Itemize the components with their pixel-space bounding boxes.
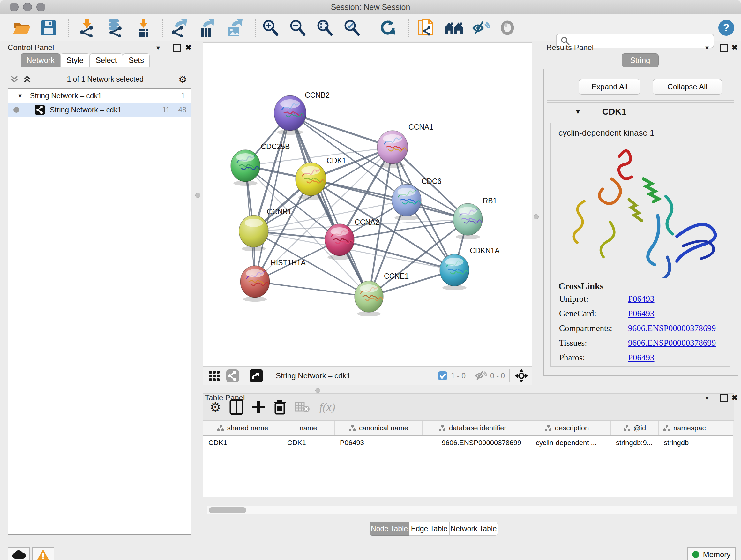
- tab-edge-table[interactable]: Edge Table: [409, 522, 449, 536]
- memory-button[interactable]: Memory: [687, 547, 736, 560]
- import-table-button[interactable]: [134, 18, 153, 37]
- crosslink-link[interactable]: 9606.ENSP00000378699: [628, 323, 716, 333]
- table-row[interactable]: CDK1 CDK1 P06493 9606.ENSP00000378699 cy…: [203, 436, 733, 450]
- node-label-CCNE1: CCNE1: [384, 272, 409, 280]
- expand-all-button[interactable]: Expand All: [579, 79, 641, 95]
- results-panel-close-icon[interactable]: ✖: [731, 43, 738, 52]
- network-edge-HIST1H1A-CCNE1[interactable]: [255, 282, 369, 297]
- column-type-icon: [545, 425, 552, 432]
- crosslink-link[interactable]: P06493: [628, 309, 655, 319]
- tab-string[interactable]: String: [622, 53, 659, 67]
- export-table-button[interactable]: [197, 18, 216, 37]
- refresh-button[interactable]: [378, 18, 397, 37]
- cell-description[interactable]: cyclin-dependent ...: [523, 439, 611, 447]
- column-header[interactable]: @id: [611, 421, 659, 435]
- hidden-eye-icon[interactable]: [475, 370, 487, 381]
- birdseye-navigator-icon[interactable]: [514, 368, 529, 383]
- zoom-in-button[interactable]: [261, 18, 280, 37]
- section-expander-icon[interactable]: ▼: [575, 108, 581, 116]
- cell-database-identifier[interactable]: 9606.ENSP00000378699: [422, 439, 523, 447]
- cloud-status-button[interactable]: [8, 547, 30, 560]
- export-image-button[interactable]: [225, 18, 245, 37]
- add-column-icon[interactable]: [252, 400, 265, 414]
- network-node-CCNB2[interactable]: CCNB2: [274, 91, 330, 135]
- network-collection-row[interactable]: ▼ String Network – cdk1 1: [8, 89, 191, 103]
- open-session-button[interactable]: [12, 18, 31, 37]
- cell-canonical-name[interactable]: P06493: [335, 439, 422, 447]
- hide-unhide-button[interactable]: [472, 18, 491, 37]
- network-node-CCNE1[interactable]: CCNE1: [354, 272, 409, 316]
- column-header[interactable]: name: [282, 421, 335, 435]
- table-settings-gear-icon[interactable]: ⚙: [210, 401, 221, 414]
- network-row[interactable]: String Network – cdk1 11 48: [8, 103, 191, 117]
- selected-checkbox-icon[interactable]: [437, 371, 448, 381]
- tab-network[interactable]: Network: [21, 53, 60, 67]
- home-button[interactable]: [444, 18, 463, 37]
- crosslink-link[interactable]: P06493: [628, 294, 655, 304]
- crosslink-link[interactable]: 9606.ENSP00000378699: [628, 338, 716, 348]
- zoom-selected-button[interactable]: [342, 18, 361, 37]
- tab-style[interactable]: Style: [60, 53, 90, 67]
- cell-namespace[interactable]: stringdb: [659, 439, 733, 447]
- tree-expander-icon[interactable]: ▼: [17, 92, 23, 99]
- table-panel-menu-icon[interactable]: ▾: [705, 394, 709, 402]
- network-icon-gray[interactable]: [226, 369, 240, 383]
- table-panel-float-icon[interactable]: [720, 394, 728, 402]
- network-node-CDKN1A[interactable]: CDKN1A: [440, 246, 500, 290]
- column-header[interactable]: database identifier: [422, 421, 523, 435]
- network-canvas[interactable]: CCNB2CCNA1CDC25BCDK1CDC6RB1CCNB1CCNA2CDK…: [203, 43, 532, 367]
- delete-column-icon[interactable]: [273, 399, 286, 415]
- tab-sets[interactable]: Sets: [123, 53, 150, 67]
- network-edge-CCNB2-CCNE1[interactable]: [290, 113, 369, 297]
- column-header[interactable]: shared name: [203, 421, 282, 435]
- network-node-HIST1H1A[interactable]: HIST1H1A: [240, 259, 306, 302]
- results-panel-title: Results Panel: [546, 43, 594, 52]
- right-splitter-handle[interactable]: [534, 214, 539, 219]
- scrollbar-thumb[interactable]: [209, 507, 246, 513]
- control-panel-menu-icon[interactable]: ▾: [156, 44, 160, 52]
- table-horizontal-scrollbar[interactable]: [207, 506, 737, 514]
- network-node-RB1[interactable]: RB1: [453, 197, 497, 240]
- results-panel-menu-icon[interactable]: ▾: [705, 44, 709, 52]
- cell-name[interactable]: CDK1: [282, 439, 335, 447]
- node-label-CCNA1: CCNA1: [408, 123, 433, 131]
- tab-network-table[interactable]: Network Table: [449, 522, 498, 536]
- function-builder-icon[interactable]: f(x): [320, 400, 335, 414]
- import-network-button[interactable]: [77, 18, 97, 37]
- export-network-button[interactable]: [170, 18, 189, 37]
- warning-status-button[interactable]: [32, 547, 54, 560]
- column-header[interactable]: namespac: [659, 421, 733, 435]
- gene-section-header[interactable]: ▼ CDK1: [547, 103, 734, 121]
- grid-view-icon[interactable]: [208, 369, 221, 382]
- results-panel-float-icon[interactable]: [720, 44, 728, 52]
- control-panel-close-icon[interactable]: ✖: [185, 43, 192, 52]
- control-panel-float-icon[interactable]: [173, 44, 181, 52]
- network-node-CCNA1[interactable]: CCNA1: [377, 123, 433, 168]
- left-splitter-handle[interactable]: [195, 193, 200, 198]
- clone-network-button[interactable]: [416, 18, 435, 37]
- table-panel-close-icon[interactable]: ✖: [731, 393, 738, 402]
- cell-id[interactable]: stringdb:9...: [611, 439, 659, 447]
- collapse-all-button[interactable]: Collapse All: [653, 79, 722, 95]
- zoom-out-button[interactable]: [288, 18, 307, 37]
- save-session-button[interactable]: [39, 18, 58, 37]
- expand-all-icon[interactable]: [22, 74, 32, 84]
- highlight-button[interactable]: [498, 18, 517, 37]
- crosslink-label: Tissues:: [551, 338, 628, 348]
- cell-shared-name[interactable]: CDK1: [203, 439, 282, 447]
- node-table[interactable]: shared name name canonical name database…: [203, 421, 733, 497]
- tab-select[interactable]: Select: [90, 53, 123, 67]
- import-network-from-database-button[interactable]: [105, 18, 125, 37]
- column-header[interactable]: canonical name: [335, 421, 422, 435]
- delete-table-icon[interactable]: [294, 401, 310, 413]
- detach-view-icon[interactable]: [249, 368, 264, 383]
- help-button[interactable]: ?: [717, 18, 736, 37]
- tab-node-table[interactable]: Node Table: [369, 522, 409, 536]
- crosslink-link[interactable]: P06493: [628, 353, 655, 363]
- horizontal-splitter-handle[interactable]: [315, 388, 320, 393]
- network-options-gear-icon[interactable]: ⚙: [179, 74, 187, 85]
- collapse-all-icon[interactable]: [10, 74, 19, 84]
- column-header[interactable]: description: [523, 421, 611, 435]
- network-edge-CDK1-RB1[interactable]: [311, 179, 468, 219]
- zoom-fit-button[interactable]: [315, 18, 334, 37]
